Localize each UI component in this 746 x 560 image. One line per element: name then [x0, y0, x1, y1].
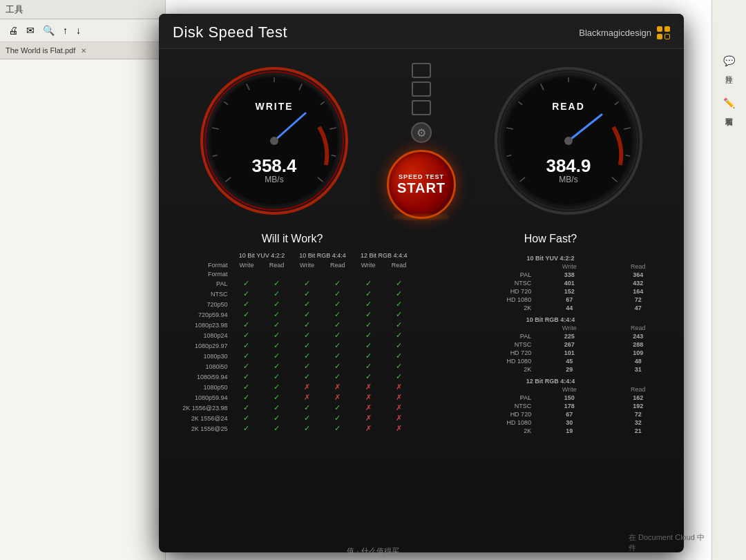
check-icon: ✓: [365, 289, 372, 298]
rgb10-read-header: Read: [322, 260, 353, 270]
compat-cell: ✓: [322, 351, 353, 361]
check-icon: ✓: [243, 383, 249, 391]
mail-icon[interactable]: ✉: [26, 25, 35, 36]
compat-cell: ✓: [231, 330, 261, 340]
print-icon[interactable]: 🖨: [8, 25, 18, 36]
format-icon-3: [412, 100, 431, 115]
section-header-row: 10 Bit YUV 4:2:2: [428, 251, 673, 262]
will-it-work-section: Will it Work? 10 Bit YUV 4:2:2 10 Bit RG…: [170, 233, 414, 435]
table-row: HD 720101109: [428, 349, 673, 357]
tab-label[interactable]: The World is Flat.pdf: [6, 46, 75, 55]
start-button[interactable]: SPEED TEST START: [387, 150, 456, 219]
table-row: HD 10806772: [428, 296, 673, 304]
compat-cell: ✗: [383, 403, 414, 413]
svg-text:WRITE: WRITE: [255, 101, 293, 112]
compat-cell: ✓: [322, 371, 353, 382]
read-value-cell: 109: [603, 349, 673, 357]
col-label: Write: [535, 262, 603, 271]
write-value-cell: 150: [535, 394, 603, 402]
format-name-cell: PAL: [428, 271, 535, 279]
check-icon: ✓: [365, 320, 372, 329]
read-value-cell: 432: [603, 279, 673, 287]
col-header-row: WriteRead: [428, 262, 673, 271]
bottom-label: 值 · 什么值得买: [0, 546, 746, 557]
format-cell: 1080p59.94: [170, 392, 231, 403]
compat-cell: ✓: [262, 382, 292, 392]
compat-cell: ✓: [353, 320, 383, 330]
compat-cell: ✓: [231, 340, 261, 351]
compat-cell: ✓: [262, 403, 292, 413]
check-icon: ✓: [243, 362, 249, 370]
format-cell: 2K 1556@24: [170, 413, 231, 423]
format-icon-1: [412, 63, 431, 78]
table-row: PAL225243: [428, 332, 673, 340]
format-cell: 720p50: [170, 299, 231, 309]
compat-cell: ✗: [353, 413, 383, 423]
table-row: 1080p24✓✓✓✓✓✓: [170, 330, 414, 340]
compat-cell: ✓: [322, 403, 353, 413]
check-icon: ✓: [274, 351, 280, 360]
x-icon: ✗: [304, 383, 310, 391]
table-row: PAL✓✓✓✓✓✓: [170, 278, 414, 289]
compat-cell: ✗: [383, 413, 414, 423]
check-icon: ✓: [304, 320, 310, 329]
tab-close-icon[interactable]: ✕: [81, 47, 86, 55]
check-icon: ✓: [334, 372, 341, 380]
yuv-write-header: Write: [231, 260, 261, 270]
down-icon[interactable]: ↓: [76, 25, 81, 36]
check-icon: ✓: [396, 320, 402, 329]
fill-sign-label[interactable]: ✏️ 填写和签名: [724, 97, 735, 112]
compat-cell: ✓: [231, 299, 261, 309]
check-icon: ✓: [304, 300, 310, 308]
up-icon[interactable]: ↑: [63, 25, 68, 36]
section-header-cell: 10 Bit RGB 4:4:4: [428, 312, 673, 324]
compat-cell: ✗: [322, 392, 353, 403]
write-value-cell: 45: [535, 357, 603, 365]
x-icon: ✗: [396, 393, 402, 401]
check-icon: ✓: [334, 403, 341, 412]
check-icon: ✓: [365, 279, 372, 287]
table-row: HD 7206772: [428, 410, 673, 418]
check-icon: ✓: [274, 320, 280, 329]
svg-point-36: [564, 137, 573, 145]
gear-icon[interactable]: ⚙: [411, 122, 432, 143]
yuv-read-header: Read: [262, 260, 292, 270]
svg-text:MB/s: MB/s: [265, 175, 283, 184]
table-row: 2K2931: [428, 365, 673, 374]
compat-table: 10 Bit YUV 4:2:2 10 Bit RGB 4:4:4 12 Bit…: [170, 251, 414, 434]
check-icon: ✓: [396, 351, 402, 360]
check-icon: ✓: [396, 362, 402, 370]
tools-menu[interactable]: 工具: [6, 3, 23, 16]
compat-cell: ✓: [292, 371, 323, 382]
annotation-label[interactable]: 💬 注释: [724, 55, 735, 70]
compat-cell: ✓: [383, 340, 414, 351]
check-icon: ✓: [243, 351, 249, 360]
brand-dot-2: [664, 26, 670, 32]
check-icon: ✓: [243, 424, 249, 432]
write-gauge: 358.4 MB/s WRITE: [198, 65, 350, 217]
check-icon: ✓: [243, 341, 249, 349]
read-gauge: 384.9 MB/s READ: [492, 65, 644, 217]
table-row: 2K1921: [428, 427, 673, 435]
format-cell: 1080p29.97: [170, 340, 231, 351]
svg-text:358.4: 358.4: [251, 155, 297, 176]
check-icon: ✓: [304, 341, 310, 349]
how-fast-content: 10 Bit YUV 4:2:2WriteReadPAL338364NTSC40…: [428, 251, 673, 435]
check-icon: ✓: [334, 331, 341, 339]
check-icon: ✓: [334, 320, 341, 329]
format-name-cell: PAL: [428, 394, 535, 402]
compat-cell: ✓: [292, 330, 323, 340]
read-value-cell: 72: [603, 410, 673, 418]
check-icon: ✓: [334, 300, 341, 308]
compat-cell: ✗: [353, 382, 383, 392]
check-icon: ✓: [304, 403, 310, 412]
format-cell: 2K 1556@25: [170, 423, 231, 434]
table-row: 720p50✓✓✓✓✓✓: [170, 299, 414, 309]
table-row: 1080p23.98✓✓✓✓✓✓: [170, 320, 414, 330]
compat-cell: ✓: [262, 340, 292, 351]
search-icon[interactable]: 🔍: [43, 25, 55, 36]
format-name-cell: HD 1080: [428, 357, 535, 365]
brand-logo: Blackmagicdesign: [579, 26, 670, 39]
svg-point-16: [270, 137, 278, 145]
tab-bar: The World is Flat.pdf ✕: [0, 42, 165, 59]
